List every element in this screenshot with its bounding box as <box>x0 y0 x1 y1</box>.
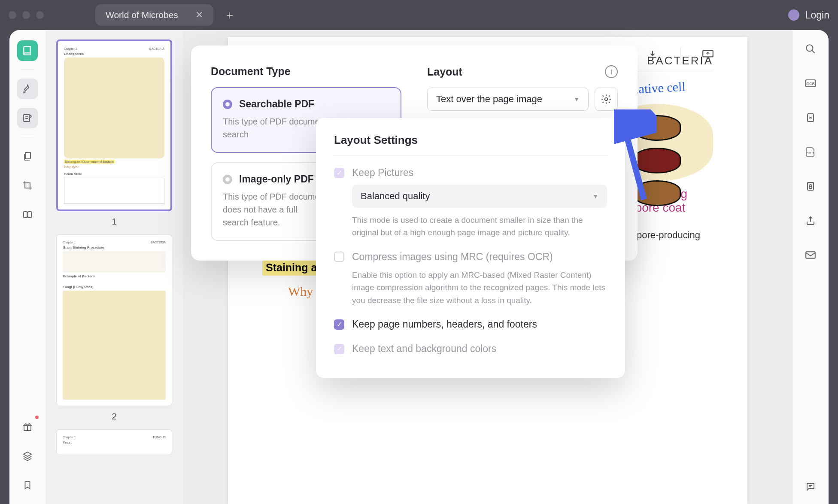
option-title: Searchable PDF <box>239 98 314 110</box>
search-icon[interactable] <box>800 40 821 58</box>
edit-text-icon[interactable] <box>17 108 38 128</box>
tab-title: World of Microbes <box>106 10 178 20</box>
mrc-description: Enable this option to apply an MRC-based… <box>352 269 607 307</box>
svg-rect-11 <box>809 186 812 188</box>
mail-icon[interactable] <box>800 246 821 264</box>
login-button[interactable]: Login <box>788 9 829 21</box>
thumbnail[interactable]: Chapter 1BACTERIA Endospores Staining an… <box>53 39 175 227</box>
share-icon[interactable] <box>800 212 821 229</box>
layout-select[interactable]: Text over the page image ▼ <box>427 88 589 111</box>
picture-quality-select[interactable]: Balanced quality ▼ <box>352 185 607 208</box>
checkbox-label: Compress images using MRC (requires OCR) <box>352 251 553 263</box>
svg-rect-1 <box>25 152 30 159</box>
keep-colors-checkbox[interactable]: ✓ Keep text and background colors <box>334 343 607 355</box>
checkbox-unchecked-icon <box>334 252 344 262</box>
minimize-window[interactable] <box>22 11 30 19</box>
layout-heading: Layout <box>427 66 599 78</box>
window-controls <box>9 11 44 19</box>
highlighter-icon[interactable] <box>17 79 38 99</box>
keep-pictures-checkbox[interactable]: ✓ Keep Pictures <box>334 167 607 179</box>
keep-headers-checkbox[interactable]: ✓ Keep page numbers, headers, and footer… <box>334 319 607 330</box>
checkbox-checked-icon: ✓ <box>334 344 344 354</box>
login-label: Login <box>805 9 829 21</box>
select-value: Text over the page image <box>436 94 542 105</box>
book-icon[interactable] <box>17 40 38 61</box>
checkbox-checked-icon: ✓ <box>334 319 344 330</box>
thumbnail[interactable]: Chapter 1FUNGUS Yeast <box>53 429 175 455</box>
bookmark-icon[interactable] <box>17 475 38 495</box>
svg-rect-3 <box>28 212 31 218</box>
select-value: Balanced quality <box>361 191 430 202</box>
gift-icon[interactable] <box>17 416 38 437</box>
protect-icon[interactable] <box>800 178 821 195</box>
pdfa-icon[interactable]: PDF/A <box>800 143 821 161</box>
ocr-icon[interactable]: OCR <box>800 75 821 92</box>
convert-icon[interactable] <box>800 109 821 126</box>
right-toolbar: OCR PDF/A <box>792 30 829 504</box>
svg-text:PDF/A: PDF/A <box>806 152 815 155</box>
pages-icon[interactable] <box>17 146 38 167</box>
layers-icon[interactable] <box>17 446 38 466</box>
document-type-heading: Document Type <box>211 65 401 78</box>
checkbox-checked-icon: ✓ <box>334 168 344 178</box>
layout-settings-button[interactable] <box>595 88 618 111</box>
tab-close-icon[interactable]: ✕ <box>195 9 203 21</box>
checkbox-label: Keep Pictures <box>352 167 413 179</box>
svg-rect-2 <box>24 212 27 218</box>
document-tab[interactable]: World of Microbes ✕ <box>95 4 213 26</box>
crop-icon[interactable] <box>17 175 38 196</box>
compare-icon[interactable] <box>17 204 38 225</box>
thumbnail[interactable]: Chapter 1BACTERIA Gram Staining Procedur… <box>53 234 175 422</box>
layout-settings-popover: Layout Settings ✓ Keep Pictures Balanced… <box>316 118 625 378</box>
chevron-down-icon: ▼ <box>592 193 598 200</box>
titlebar: World of Microbes ✕ ＋ Login <box>0 0 838 30</box>
comment-icon[interactable] <box>800 478 821 495</box>
svg-rect-12 <box>806 252 815 258</box>
thumbnails-panel: Chapter 1BACTERIA Endospores Staining an… <box>46 30 183 504</box>
thumbnail-number: 2 <box>112 411 117 422</box>
chevron-down-icon: ▼ <box>574 96 580 103</box>
popover-title: Layout Settings <box>334 134 607 156</box>
left-toolbar <box>9 30 46 504</box>
svg-point-13 <box>605 98 608 101</box>
close-window[interactable] <box>9 11 16 19</box>
checkbox-label: Keep page numbers, headers, and footers <box>352 319 537 330</box>
maximize-window[interactable] <box>36 11 44 19</box>
radio-selected-icon <box>223 100 232 109</box>
download-icon[interactable] <box>642 44 663 64</box>
svg-text:OCR: OCR <box>806 82 815 86</box>
avatar-icon <box>788 9 799 21</box>
checkbox-label: Keep text and background colors <box>352 343 496 355</box>
radio-unselected-icon <box>223 175 232 184</box>
present-screen-icon[interactable] <box>698 44 718 64</box>
option-title: Image-only PDF <box>239 173 314 185</box>
thumbnail-number: 1 <box>112 216 117 227</box>
quality-description: This mode is used to create a document s… <box>352 214 607 239</box>
compress-mrc-checkbox[interactable]: Compress images using MRC (requires OCR) <box>334 251 607 263</box>
new-tab-button[interactable]: ＋ <box>224 7 236 23</box>
info-icon[interactable]: i <box>605 65 618 78</box>
svg-point-5 <box>806 45 813 51</box>
